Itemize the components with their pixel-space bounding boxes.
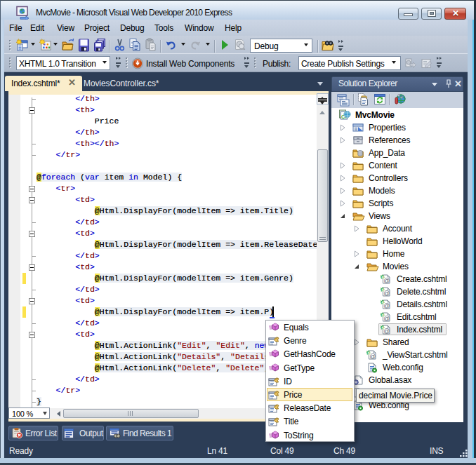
svg-text:#: #	[381, 313, 383, 317]
svg-text:@: @	[384, 315, 390, 322]
svg-text:@: @	[384, 277, 390, 284]
svg-text:#: #	[381, 325, 383, 330]
svg-text:#: #	[381, 300, 383, 304]
svg-text:#: #	[367, 351, 369, 355]
svg-text:#: #	[381, 288, 383, 292]
svg-text:@: @	[384, 328, 390, 335]
svg-text:@: @	[370, 353, 376, 360]
svg-text:#: #	[381, 275, 383, 279]
svg-text:@: @	[384, 290, 390, 297]
svg-text:@: @	[384, 302, 390, 309]
